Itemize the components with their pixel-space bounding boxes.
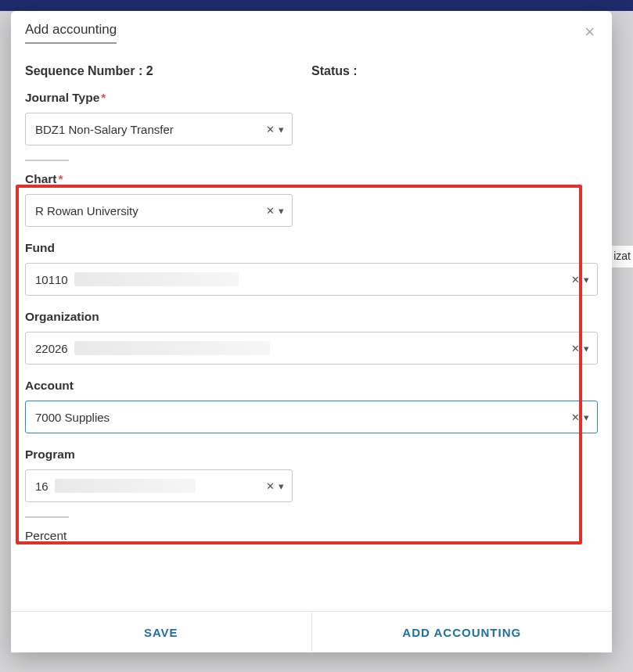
percent-label: Percent: [25, 529, 598, 543]
account-group: Account 7000 Supplies ✕ ▾: [25, 379, 598, 433]
journal-type-value: BDZ1 Non-Salary Transfer: [35, 123, 264, 136]
journal-type-group: Journal Type* BDZ1 Non-Salary Transfer ✕…: [25, 91, 598, 146]
program-value-text: 16: [35, 480, 49, 493]
sequence-label: Sequence Number :: [25, 64, 142, 77]
required-asterisk: *: [101, 91, 106, 104]
fund-group: Fund 10110 ✕ ▾: [25, 241, 598, 296]
chart-value: R Rowan University: [35, 204, 264, 217]
clear-icon[interactable]: ✕: [264, 205, 277, 217]
program-value: 16: [35, 479, 264, 493]
form-scroll-area[interactable]: Journal Type* BDZ1 Non-Salary Transfer ✕…: [11, 83, 612, 611]
status: Status :: [311, 64, 598, 78]
meta-row: Sequence Number : 2 Status :: [11, 47, 612, 83]
account-value: 7000 Supplies: [35, 411, 569, 424]
clear-icon[interactable]: ✕: [264, 480, 277, 492]
clear-icon[interactable]: ✕: [569, 411, 582, 423]
chevron-down-icon[interactable]: ▾: [279, 480, 284, 492]
clear-icon[interactable]: ✕: [569, 343, 582, 354]
chevron-down-icon[interactable]: ▾: [584, 274, 589, 286]
section-divider: [25, 516, 69, 518]
program-select[interactable]: 16 ✕ ▾: [25, 469, 293, 502]
save-button[interactable]: SAVE: [11, 612, 312, 652]
redacted-text: [55, 479, 196, 493]
section-divider: [25, 160, 69, 161]
background-text-snippet: izat: [611, 245, 633, 268]
app-topbar: [0, 0, 633, 11]
account-select[interactable]: 7000 Supplies ✕ ▾: [25, 401, 598, 433]
status-label: Status :: [311, 64, 358, 77]
modal-header: Add accounting ×: [11, 11, 612, 47]
chart-label: Chart*: [25, 172, 598, 186]
required-asterisk: *: [58, 172, 63, 185]
fund-label: Fund: [25, 241, 598, 255]
organization-value-text: 22026: [35, 342, 68, 355]
close-button[interactable]: ×: [581, 22, 598, 42]
redacted-text: [74, 341, 270, 355]
journal-type-label-text: Journal Type: [25, 91, 99, 104]
program-group: Program 16 ✕ ▾: [25, 447, 598, 502]
organization-value: 22026: [35, 341, 569, 355]
sequence-number: Sequence Number : 2: [25, 64, 311, 78]
chart-select[interactable]: R Rowan University ✕ ▾: [25, 194, 293, 227]
add-accounting-modal: Add accounting × Sequence Number : 2 Sta…: [11, 11, 612, 652]
organization-group: Organization 22026 ✕ ▾: [25, 310, 598, 365]
chevron-down-icon[interactable]: ▾: [584, 411, 589, 423]
journal-type-select[interactable]: BDZ1 Non-Salary Transfer ✕ ▾: [25, 113, 293, 146]
redacted-text: [74, 272, 239, 286]
program-label: Program: [25, 447, 598, 462]
close-icon: ×: [584, 22, 595, 41]
add-accounting-button[interactable]: ADD ACCOUNTING: [312, 612, 613, 652]
chart-group: Chart* R Rowan University ✕ ▾: [25, 172, 598, 227]
modal-title: Add accounting: [25, 22, 117, 44]
fund-select[interactable]: 10110 ✕ ▾: [25, 263, 598, 296]
chevron-down-icon[interactable]: ▾: [279, 124, 284, 135]
organization-label: Organization: [25, 310, 598, 324]
journal-type-label: Journal Type*: [25, 91, 598, 105]
fund-value-text: 10110: [35, 273, 68, 286]
chevron-down-icon[interactable]: ▾: [279, 205, 284, 217]
clear-icon[interactable]: ✕: [569, 274, 582, 286]
scroll-spacer: [25, 543, 598, 611]
organization-select[interactable]: 22026 ✕ ▾: [25, 332, 598, 365]
chevron-down-icon[interactable]: ▾: [584, 343, 589, 354]
clear-icon[interactable]: ✕: [264, 124, 277, 135]
fund-value: 10110: [35, 272, 569, 286]
chart-label-text: Chart: [25, 172, 56, 185]
sequence-value: 2: [146, 64, 153, 77]
modal-footer: SAVE ADD ACCOUNTING: [11, 611, 612, 652]
account-label: Account: [25, 379, 598, 393]
